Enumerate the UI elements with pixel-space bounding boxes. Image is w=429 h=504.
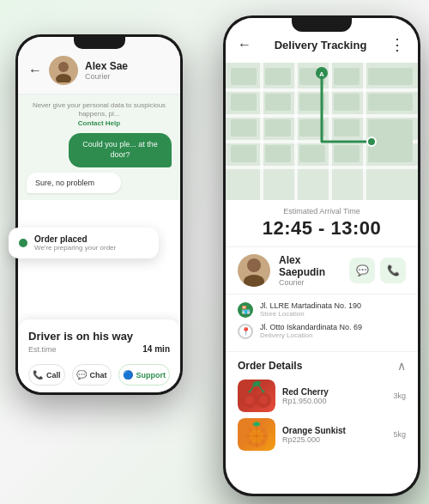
- support-button[interactable]: 🔵 Support: [118, 364, 171, 386]
- cherry-name: Red Cherry: [282, 387, 386, 397]
- back-button-right[interactable]: ←: [238, 37, 251, 52]
- svg-rect-10: [363, 63, 366, 200]
- chat-button[interactable]: 💬 Chat: [72, 364, 112, 386]
- chat-area: Never give your personal data to suspici…: [18, 94, 180, 200]
- order-placed-title: Order placed: [34, 234, 116, 244]
- orange-info: Orange Sunkist Rp225.000: [282, 426, 386, 444]
- user-chat-bubble: Sure, no problem: [27, 173, 121, 193]
- svg-rect-21: [231, 119, 257, 137]
- svg-rect-12: [265, 68, 291, 85]
- svg-point-39: [249, 391, 251, 393]
- svg-rect-49: [257, 422, 257, 425]
- est-label: Est.time: [28, 345, 57, 354]
- svg-rect-22: [265, 119, 291, 137]
- courier-avatar-left: [49, 56, 78, 85]
- svg-rect-8: [294, 63, 298, 200]
- svg-point-1: [56, 74, 71, 82]
- svg-point-40: [263, 391, 265, 393]
- svg-rect-7: [260, 63, 263, 200]
- svg-rect-6: [226, 166, 418, 169]
- cherry-price: Rp1.950.000: [282, 397, 386, 405]
- route-info: 🏪 Jl. LLRE Martadinata No. 190 Store Loc…: [226, 295, 418, 352]
- eta-label: Estimated Arrival Time: [238, 207, 406, 216]
- order-item-orange: Orange Sunkist Rp225.000 5kg: [238, 418, 406, 451]
- svg-rect-26: [265, 145, 291, 162]
- driver-chat-bubble: Could you ple... at the door?: [69, 133, 172, 167]
- svg-point-33: [247, 258, 261, 272]
- map-svg: A: [226, 63, 418, 200]
- store-route-item: 🏪 Jl. LLRE Martadinata No. 190 Store Loc…: [238, 301, 406, 318]
- order-placed-card: Order placed We're preparing your order: [9, 228, 159, 258]
- chat-icon: 💬: [76, 370, 87, 380]
- right-phone: ← Delivery Tracking ⋮: [223, 15, 420, 496]
- order-placed-text: Order placed We're preparing your order: [34, 234, 116, 252]
- courier-role-right: Courier: [279, 278, 341, 287]
- store-route-icon: 🏪: [238, 302, 253, 318]
- orange-img-bg: [238, 418, 275, 451]
- orange-image: [238, 418, 275, 451]
- store-address-info: Jl. LLRE Martadinata No. 190 Store Locat…: [260, 301, 361, 318]
- cherry-image: [238, 380, 275, 412]
- courier-name-right: Alex Saepudin: [279, 254, 341, 278]
- svg-point-38: [259, 396, 268, 404]
- right-phone-screen: ← Delivery Tracking ⋮: [226, 18, 418, 494]
- orange-svg: [238, 418, 275, 451]
- est-time: 14 min: [142, 344, 170, 354]
- action-buttons: 📞 Call 💬 Chat 🔵 Support: [28, 364, 170, 386]
- courier-avatar-svg: [238, 254, 270, 287]
- svg-rect-25: [231, 145, 257, 162]
- avatar-svg: [51, 58, 76, 82]
- cherry-info: Red Cherry Rp1.950.000: [282, 387, 386, 405]
- cherry-svg: [238, 380, 275, 412]
- svg-rect-11: [231, 68, 257, 85]
- left-phone-screen: ← Alex Sae Courier Never give your perso…: [18, 37, 180, 392]
- courier-actions: 💬 📞: [349, 258, 406, 283]
- more-icon[interactable]: ⋮: [390, 35, 406, 54]
- back-arrow-icon[interactable]: ←: [28, 63, 42, 78]
- order-dot: [19, 239, 27, 247]
- courier-avatar-right: [238, 254, 270, 287]
- svg-rect-15: [368, 68, 413, 85]
- courier-name-left: Alex Sae: [85, 60, 128, 72]
- courier-role-left: Courier: [85, 72, 128, 81]
- svg-rect-16: [231, 94, 257, 111]
- svg-point-37: [245, 396, 254, 404]
- call-courier-button[interactable]: 📞: [380, 258, 406, 283]
- bottom-card-left: Driver is on his way Est.time 14 min 📞 C…: [18, 319, 180, 392]
- orange-price: Rp225.000: [282, 435, 386, 444]
- driver-on-way-title: Driver is on his way: [28, 330, 170, 343]
- svg-rect-9: [329, 63, 332, 200]
- orange-qty: 5kg: [393, 430, 406, 439]
- svg-rect-24: [334, 119, 360, 137]
- delivery-label: Delivery Location: [260, 331, 362, 339]
- dest-route-icon: 📍: [238, 324, 253, 339]
- orange-name: Orange Sunkist: [282, 426, 386, 435]
- message-courier-button[interactable]: 💬: [349, 258, 375, 283]
- order-item-cherry: Red Cherry Rp1.950.000 3kg: [238, 380, 406, 412]
- call-button[interactable]: 📞 Call: [28, 364, 65, 386]
- support-icon: 🔵: [123, 370, 133, 380]
- order-details-title: Order Details: [238, 360, 302, 372]
- svg-text:A: A: [319, 70, 324, 78]
- courier-section: Alex Saepudin Courier 💬 📞: [226, 247, 418, 295]
- cherry-qty: 3kg: [393, 392, 406, 400]
- collapse-icon[interactable]: ∧: [397, 359, 406, 373]
- right-phone-notch: [292, 18, 352, 32]
- order-placed-subtitle: We're preparing your order: [34, 244, 116, 252]
- courier-info-left: Alex Sae Courier: [85, 60, 128, 81]
- cherry-img-bg: [238, 380, 275, 412]
- call-icon: 📞: [33, 370, 43, 380]
- svg-point-34: [244, 275, 264, 287]
- eta-time: 12:45 - 13:00: [238, 217, 406, 240]
- store-label: Store Location: [260, 310, 361, 318]
- contact-help-link[interactable]: Contact Help: [78, 119, 120, 127]
- page-title-right: Delivery Tracking: [275, 39, 367, 52]
- svg-rect-14: [334, 68, 360, 85]
- courier-info-right: Alex Saepudin Courier: [279, 254, 341, 287]
- left-phone: ← Alex Sae Courier Never give your perso…: [15, 34, 183, 395]
- svg-rect-19: [334, 94, 360, 111]
- svg-rect-27: [299, 145, 325, 162]
- left-phone-notch: [74, 37, 125, 49]
- svg-rect-28: [334, 145, 360, 162]
- order-details-header: Order Details ∧: [238, 359, 406, 373]
